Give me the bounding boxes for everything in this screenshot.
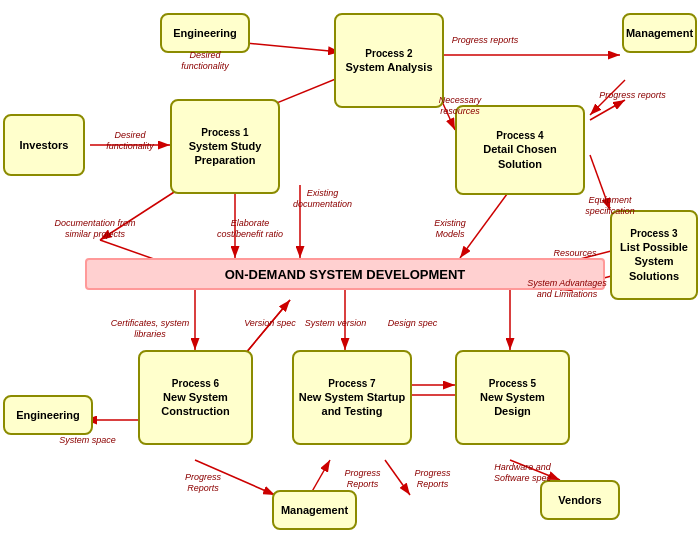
- process3-title: Process 3: [630, 227, 677, 240]
- engineering-top-box: Engineering: [160, 13, 250, 53]
- label-desired-func1: Desired functionality: [90, 130, 170, 152]
- process4-subtitle: Detail Chosen Solution: [461, 142, 579, 171]
- label-equipment-spec: Equipment specification: [575, 195, 645, 217]
- process6-box: Process 6 New System Construction: [138, 350, 253, 445]
- label-necessary-res: Necessary resources: [425, 95, 495, 117]
- label-progress-rep7a: Progress Reports: [330, 468, 395, 490]
- process3-subtitle: List Possible System Solutions: [616, 240, 692, 283]
- label-progress-rep6: Progress Reports: [168, 472, 238, 494]
- investors-box: Investors: [3, 114, 85, 176]
- label-existing-doc: Existing documentation: [285, 188, 360, 210]
- process1-subtitle: System Study Preparation: [176, 139, 274, 168]
- process6-title: Process 6: [172, 377, 219, 390]
- process7-subtitle: New System Startup and Testing: [298, 390, 406, 419]
- label-system-adv: System Advantages and Limitations: [522, 278, 612, 300]
- management-bottom-label: Management: [281, 503, 348, 517]
- process5-title: Process 5: [489, 377, 536, 390]
- management-top-box: Management: [622, 13, 697, 53]
- process6-subtitle: New System Construction: [144, 390, 247, 419]
- process1-title: Process 1: [201, 126, 248, 139]
- process7-box: Process 7 New System Startup and Testing: [292, 350, 412, 445]
- center-bar-label: ON-DEMAND SYSTEM DEVELOPMENT: [225, 267, 466, 282]
- label-progress-reports1: Progress reports: [445, 35, 525, 46]
- process3-box: Process 3 List Possible System Solutions: [610, 210, 698, 300]
- label-design-spec: Design spec: [380, 318, 445, 329]
- label-system-version: System version: [303, 318, 368, 329]
- process2-box: Process 2 System Analysis: [334, 13, 444, 108]
- label-existing-models: Existing Models: [420, 218, 480, 240]
- process4-box: Process 4 Detail Chosen Solution: [455, 105, 585, 195]
- svg-line-8: [590, 100, 625, 120]
- process5-subtitle: New System Design: [461, 390, 564, 419]
- label-version-spec: Version spec: [240, 318, 300, 329]
- engineering-bottom-box: Engineering: [3, 395, 93, 435]
- label-hardware-spec: Hardware and Software spec: [480, 462, 565, 484]
- label-progress-reports2: Progress reports: [595, 90, 670, 101]
- label-elaborate: Elaborate cost/benefit ratio: [210, 218, 290, 240]
- management-top-label: Management: [626, 26, 693, 40]
- process5-box: Process 5 New System Design: [455, 350, 570, 445]
- process2-title: Process 2: [365, 47, 412, 60]
- process4-title: Process 4: [496, 129, 543, 142]
- label-system-space1: System space: [55, 435, 120, 446]
- label-desired-func2: Desired functionality: [165, 50, 245, 72]
- label-certificates: Certificates, system libraries: [110, 318, 190, 340]
- process7-title: Process 7: [328, 377, 375, 390]
- process1-box: Process 1 System Study Preparation: [170, 99, 280, 194]
- vendors-label: Vendors: [558, 493, 601, 507]
- vendors-box: Vendors: [540, 480, 620, 520]
- engineering-bottom-label: Engineering: [16, 408, 80, 422]
- investors-label: Investors: [20, 138, 69, 152]
- label-resources: Resources: [545, 248, 605, 259]
- engineering-top-label: Engineering: [173, 26, 237, 40]
- management-bottom-box: Management: [272, 490, 357, 530]
- process2-subtitle: System Analysis: [345, 60, 432, 74]
- label-progress-rep7b: Progress Reports: [400, 468, 465, 490]
- label-doc-similar: Documentation from similar projects: [50, 218, 140, 240]
